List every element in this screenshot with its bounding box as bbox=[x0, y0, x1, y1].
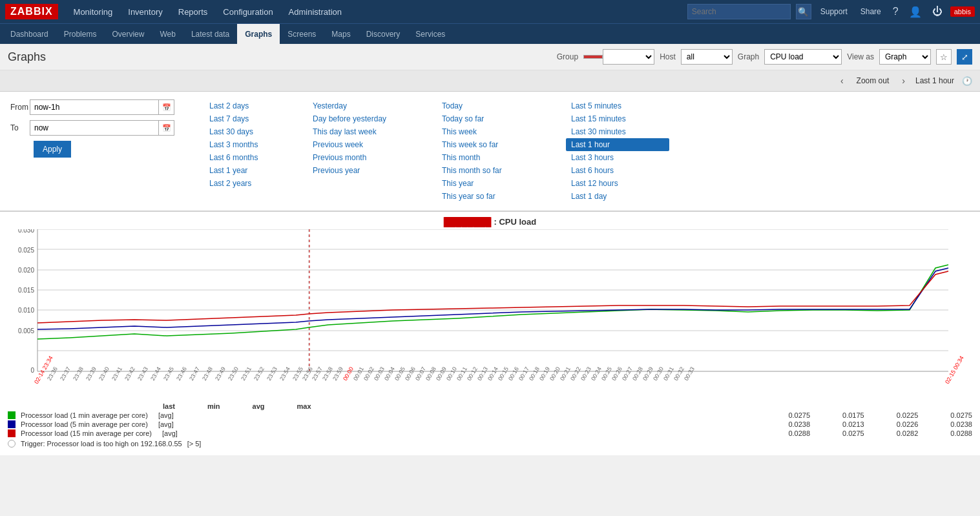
legend-header-row: last min avg max bbox=[8, 402, 972, 410]
host-label: Host bbox=[660, 52, 676, 61]
zoom-out-button[interactable]: Zoom out bbox=[851, 75, 895, 87]
quick-link-previous-week[interactable]: Previous week bbox=[308, 138, 437, 151]
page-controls: Group Host all Graph CPU load View as Gr… bbox=[557, 49, 972, 65]
subnav-overview[interactable]: Overview bbox=[104, 24, 152, 45]
subnav-dashboard[interactable]: Dashboard bbox=[3, 24, 56, 45]
graph-title: ████████: CPU load bbox=[5, 217, 975, 227]
expand-button[interactable]: ⤢ bbox=[957, 49, 972, 65]
quick-link-previous-year[interactable]: Previous year bbox=[308, 164, 437, 177]
support-link[interactable]: Support bbox=[817, 7, 851, 16]
svg-text:02-15 00:34: 02-15 00:34 bbox=[944, 355, 965, 385]
quick-link-last-2-years[interactable]: Last 2 years bbox=[204, 177, 308, 190]
next-button[interactable]: › bbox=[899, 74, 908, 87]
quick-link-this-year[interactable]: This year bbox=[437, 177, 566, 190]
subnav-discovery[interactable]: Discovery bbox=[359, 24, 408, 45]
search-input[interactable] bbox=[687, 4, 791, 19]
search-button[interactable]: 🔍 bbox=[796, 4, 811, 19]
legend-max-2: 0.0288 bbox=[950, 429, 972, 437]
nav-inventory[interactable]: Inventory bbox=[120, 0, 170, 23]
svg-text:23:52: 23:52 bbox=[253, 366, 266, 382]
quick-link-last-1-year[interactable]: Last 1 year bbox=[204, 164, 308, 177]
nav-administration[interactable]: Administration bbox=[281, 0, 349, 23]
quick-link-last-15-min[interactable]: Last 15 minutes bbox=[566, 112, 669, 125]
last-hour-label: Last 1 hour bbox=[913, 75, 957, 87]
quick-link-last-12-hours[interactable]: Last 12 hours bbox=[566, 177, 669, 190]
svg-text:23:42: 23:42 bbox=[123, 366, 136, 382]
legend-min-2: 0.0275 bbox=[842, 429, 864, 437]
legend-label-1: Processor load (5 min average per core) bbox=[21, 420, 148, 428]
svg-text:23:43: 23:43 bbox=[136, 366, 149, 382]
quick-link-last-3-months[interactable]: Last 3 months bbox=[204, 138, 308, 151]
svg-text:0.030: 0.030 bbox=[18, 229, 34, 234]
legend-label-0: Processor load (1 min average per core) bbox=[21, 411, 148, 419]
quick-link-last-7-days[interactable]: Last 7 days bbox=[204, 112, 308, 125]
subnav-maps[interactable]: Maps bbox=[324, 24, 358, 45]
from-input[interactable] bbox=[30, 99, 159, 115]
legend-header-avg: avg bbox=[253, 402, 265, 410]
favorite-button[interactable]: ☆ bbox=[936, 49, 952, 65]
from-calendar-button[interactable]: 📅 bbox=[159, 99, 174, 115]
legend-color-1 bbox=[8, 420, 16, 428]
quick-link-this-week[interactable]: This week bbox=[437, 125, 566, 138]
svg-text:23:41: 23:41 bbox=[110, 366, 123, 382]
quick-link-last-30-min[interactable]: Last 30 minutes bbox=[566, 125, 669, 138]
nav-reports[interactable]: Reports bbox=[171, 0, 216, 23]
quick-link-today-so-far[interactable]: Today so far bbox=[437, 112, 566, 125]
graph-select[interactable]: CPU load bbox=[764, 49, 842, 65]
quick-link-day-before-yesterday[interactable]: Day before yesterday bbox=[308, 112, 437, 125]
subnav-web[interactable]: Web bbox=[152, 24, 183, 45]
subnav-graphs[interactable]: Graphs bbox=[237, 24, 280, 45]
apply-button[interactable]: Apply bbox=[34, 141, 71, 158]
prev-button[interactable]: ‹ bbox=[838, 74, 846, 87]
svg-text:23:37: 23:37 bbox=[59, 366, 72, 382]
quick-link-today[interactable]: Today bbox=[437, 99, 566, 112]
subnav-services[interactable]: Services bbox=[408, 24, 453, 45]
trigger-label: Trigger: Processor load is too high on 1… bbox=[21, 440, 182, 448]
time-pickers: From 📅 To 📅 Apply bbox=[10, 99, 204, 203]
quick-link-yesterday[interactable]: Yesterday bbox=[308, 99, 437, 112]
legend-item-0: Processor load (1 min average per core) … bbox=[8, 411, 972, 419]
host-select[interactable]: all bbox=[681, 49, 733, 65]
share-link[interactable]: Share bbox=[857, 7, 885, 16]
quick-link-last-30-days[interactable]: Last 30 days bbox=[204, 125, 308, 138]
logo-zabbix[interactable]: ZABBIX bbox=[5, 4, 58, 19]
user-icon[interactable]: 👤 bbox=[906, 6, 924, 18]
subnav-problems[interactable]: Problems bbox=[56, 24, 105, 45]
to-input[interactable] bbox=[30, 120, 159, 136]
svg-text:23:48: 23:48 bbox=[201, 366, 214, 382]
quick-link-last-2-days[interactable]: Last 2 days bbox=[204, 99, 308, 112]
nav-configuration[interactable]: Configuration bbox=[215, 0, 280, 23]
quick-link-last-5-min[interactable]: Last 5 minutes bbox=[566, 99, 669, 112]
quick-link-last-1-hour[interactable]: Last 1 hour bbox=[566, 138, 669, 151]
quick-link-this-month[interactable]: This month bbox=[437, 151, 566, 164]
group-select[interactable] bbox=[603, 49, 654, 65]
top-nav-right: 🔍 Support Share ? 👤 ⏻ abbis bbox=[687, 4, 975, 19]
svg-text:0: 0 bbox=[30, 367, 34, 374]
quick-link-last-6-hours[interactable]: Last 6 hours bbox=[566, 164, 669, 177]
svg-text:23:46: 23:46 bbox=[175, 366, 188, 382]
quick-link-this-month-so-far[interactable]: This month so far bbox=[437, 164, 566, 177]
to-calendar-button[interactable]: 📅 bbox=[159, 120, 174, 136]
quick-link-previous-month[interactable]: Previous month bbox=[308, 151, 437, 164]
quick-link-last-3-hours[interactable]: Last 3 hours bbox=[566, 151, 669, 164]
legend-avg-2: 0.0282 bbox=[897, 429, 919, 437]
quick-links-col2: Yesterday Day before yesterday This day … bbox=[308, 99, 437, 203]
help-icon[interactable]: ? bbox=[890, 6, 901, 17]
svg-text:23:51: 23:51 bbox=[240, 366, 253, 382]
quick-link-this-day-last-week[interactable]: This day last week bbox=[308, 125, 437, 138]
subnav-screens[interactable]: Screens bbox=[280, 24, 324, 45]
legend: last min avg max Processor load (1 min a… bbox=[0, 397, 980, 453]
view-as-select[interactable]: Graph bbox=[879, 49, 931, 65]
subnav-latest-data[interactable]: Latest data bbox=[183, 24, 237, 45]
svg-text:0.020: 0.020 bbox=[18, 267, 34, 274]
quick-link-this-week-so-far[interactable]: This week so far bbox=[437, 138, 566, 151]
legend-header-last: last bbox=[163, 402, 175, 410]
user-badge: abbis bbox=[950, 6, 975, 17]
nav-monitoring[interactable]: Monitoring bbox=[66, 0, 121, 23]
quick-link-last-6-months[interactable]: Last 6 months bbox=[204, 151, 308, 164]
power-icon[interactable]: ⏻ bbox=[930, 6, 945, 17]
svg-text:23:50: 23:50 bbox=[227, 366, 240, 382]
quick-link-last-1-day[interactable]: Last 1 day bbox=[566, 190, 669, 203]
quick-links-col3: Today Today so far This week This week s… bbox=[437, 99, 566, 203]
quick-link-this-year-so-far[interactable]: This year so far bbox=[437, 190, 566, 203]
